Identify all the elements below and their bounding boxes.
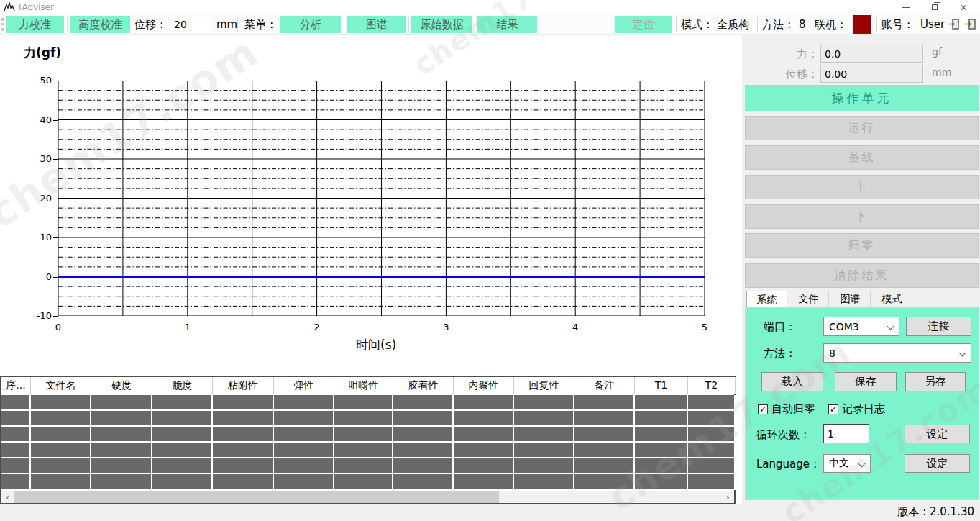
height-calibration-button[interactable]: 高度校准 xyxy=(70,16,130,33)
table-cell xyxy=(688,411,736,427)
tab-file[interactable]: 文件 xyxy=(789,291,829,307)
table-cell xyxy=(393,427,454,443)
up-button[interactable]: 上 xyxy=(745,175,979,199)
plot-canvas[interactable] xyxy=(58,81,705,316)
baseline-button[interactable]: 基线 xyxy=(745,145,979,170)
table-cell xyxy=(574,443,635,458)
column-header[interactable]: 文件名 xyxy=(31,377,91,394)
cycles-input[interactable] xyxy=(823,424,869,443)
force-calibration-button[interactable]: 力校准 xyxy=(6,16,64,33)
column-header[interactable]: 回复性 xyxy=(514,377,574,394)
table-cell xyxy=(635,458,688,474)
load-button[interactable]: 载入 xyxy=(761,372,823,391)
language-select[interactable]: 中文 xyxy=(823,454,871,473)
x-tick-label: 1 xyxy=(177,322,198,332)
column-header[interactable]: 硬度 xyxy=(91,377,152,394)
column-header[interactable]: 脆度 xyxy=(152,377,213,394)
tab-mode[interactable]: 模式 xyxy=(872,291,912,307)
title-bar: TAdviser × xyxy=(0,0,980,14)
tab-system[interactable]: 系统 xyxy=(746,291,787,307)
menu-item-results[interactable]: 结果 xyxy=(477,16,537,33)
online-status-indicator[interactable] xyxy=(853,15,871,34)
operate-unit-button[interactable]: 操作单元 xyxy=(745,85,979,111)
save-button[interactable]: 保存 xyxy=(835,372,897,391)
y-tick-label: 20 xyxy=(27,193,52,204)
scroll-right-arrow[interactable]: › xyxy=(722,491,734,503)
column-header[interactable]: T2 xyxy=(688,377,736,394)
displacement-input[interactable] xyxy=(170,17,212,32)
table-row[interactable] xyxy=(1,443,736,458)
table-cell xyxy=(454,474,514,490)
log-checkbox[interactable]: ✓ 记录日志 xyxy=(828,402,885,416)
column-header[interactable]: 弹性 xyxy=(274,377,334,394)
locate-button[interactable]: 定位 xyxy=(615,16,672,33)
menu-item-rawdata[interactable]: 原始数据 xyxy=(411,16,472,33)
close-button[interactable]: × xyxy=(951,1,976,13)
auto-zero-checkbox[interactable]: ✓ 自动归零 xyxy=(758,402,815,416)
y-tick-mark xyxy=(53,316,58,317)
save-as-button[interactable]: 另存 xyxy=(905,372,966,391)
connect-button[interactable]: 连接 xyxy=(906,317,971,336)
menu-label: 菜单： xyxy=(244,18,277,32)
table-row[interactable] xyxy=(1,427,736,443)
y-tick-label: 40 xyxy=(27,114,52,125)
table-cell xyxy=(152,474,213,490)
column-header[interactable]: 备注 xyxy=(574,377,635,394)
checkbox-check-icon: ✓ xyxy=(828,404,838,414)
table-cell xyxy=(31,443,91,458)
tab-graph[interactable]: 图谱 xyxy=(830,291,871,307)
table-cell xyxy=(393,411,454,427)
minimize-button[interactable] xyxy=(894,1,918,13)
column-header[interactable]: 粘附性 xyxy=(213,377,274,394)
table-row[interactable] xyxy=(1,474,736,490)
table-cell xyxy=(393,458,454,474)
restore-button[interactable] xyxy=(922,1,947,13)
toolbar-grip[interactable] xyxy=(1,18,4,31)
table-cell xyxy=(514,443,574,458)
table-row[interactable] xyxy=(1,411,736,427)
run-button[interactable]: 运行 xyxy=(745,116,979,140)
table-cell xyxy=(334,411,393,427)
window-title: TAdviser xyxy=(17,2,54,12)
down-button[interactable]: 下 xyxy=(745,204,979,229)
results-table: 序...文件名硬度脆度粘附性弹性咀嚼性胶着性内聚性回复性备注T1T2 ‹ › xyxy=(0,376,736,504)
separator xyxy=(757,17,758,32)
table-cell xyxy=(574,474,635,490)
scroll-left-arrow[interactable]: ‹ xyxy=(1,491,14,503)
table-cell xyxy=(152,458,213,474)
table-cell xyxy=(514,427,574,443)
table-cell xyxy=(91,474,152,490)
table-cell xyxy=(334,474,393,490)
scrollbar-thumb[interactable] xyxy=(14,491,499,503)
zero-button[interactable]: 归零 xyxy=(745,233,979,258)
table-cell xyxy=(213,427,274,443)
column-header[interactable]: T1 xyxy=(635,377,688,394)
column-header[interactable]: 咀嚼性 xyxy=(334,377,393,394)
language-select-value: 中文 xyxy=(829,457,849,470)
method-value: 8 xyxy=(799,18,806,31)
column-header[interactable]: 胶着性 xyxy=(393,377,454,394)
table-row[interactable] xyxy=(1,395,736,411)
port-select[interactable]: COM3 xyxy=(823,317,899,336)
logout-icon[interactable] xyxy=(963,18,976,31)
table-cell xyxy=(1,443,31,458)
y-tick-label: -10 xyxy=(27,310,52,321)
column-header[interactable]: 内聚性 xyxy=(454,377,514,394)
port-label: 端口： xyxy=(764,320,796,334)
column-header[interactable]: 序... xyxy=(1,377,31,394)
cycles-set-button[interactable]: 设定 xyxy=(905,425,970,443)
menu-item-graph[interactable]: 图谱 xyxy=(347,16,406,33)
horizontal-scrollbar[interactable]: ‹ › xyxy=(1,491,734,503)
method-select[interactable]: 8 xyxy=(823,343,971,363)
menu-item-analysis[interactable]: 分析 xyxy=(280,16,341,33)
login-icon[interactable] xyxy=(947,18,960,31)
clear-results-button[interactable]: 清除结果 xyxy=(745,263,979,288)
system-tab-page: 端口： COM3 连接 方法： 8 载入 保存 另存 ✓ 自动归零 ✓ 记录日志 xyxy=(745,307,979,500)
table-row[interactable] xyxy=(1,458,736,474)
y-tick-mark xyxy=(53,81,58,81)
table-cell xyxy=(393,395,454,411)
x-tick-label: 0 xyxy=(47,322,69,332)
separator xyxy=(810,17,810,32)
checkbox-check-icon: ✓ xyxy=(758,404,768,414)
language-set-button[interactable]: 设定 xyxy=(905,454,970,473)
